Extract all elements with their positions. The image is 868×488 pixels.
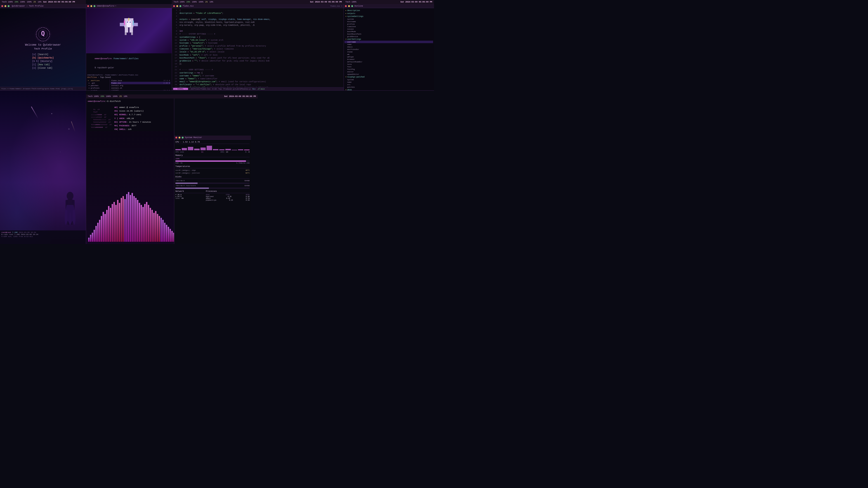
sysmon-close[interactable] xyxy=(176,137,177,138)
rp-outputs[interactable]: ▸outputs xyxy=(344,12,433,15)
rp-sys-timezone[interactable]: timezone xyxy=(344,25,433,28)
disk-row-2: /dev/dm-0 /nix/store504GB xyxy=(176,184,250,187)
cpu-stats: CPU like 11 AVG: 13 0: 8 xyxy=(176,151,250,153)
net-ul: ▲ 54.0 xyxy=(176,196,205,197)
vdivider-2 xyxy=(172,4,172,90)
rp-pkgs[interactable]: ▾pkgs xyxy=(344,88,433,90)
rp-usr-defaultroamdir[interactable]: defaultRoamDir xyxy=(344,61,433,63)
qute-link-newtab[interactable]: [t] [New tab] xyxy=(32,63,54,66)
temp-row-1: card0 (amdgpu): edge49°C xyxy=(176,169,250,172)
file-flake-nix[interactable]: flake.nix2.26 K xyxy=(111,82,170,84)
rp-sys-system[interactable]: system xyxy=(344,18,433,20)
sb-c-p3: 100% xyxy=(198,1,204,3)
editor-max[interactable] xyxy=(180,5,181,7)
outline-panel: Outline ▸description ▸outputs ▾systemSet… xyxy=(344,4,434,90)
rp-usr-term[interactable]: term xyxy=(344,63,433,66)
rp-usr-name[interactable]: name xyxy=(344,43,433,46)
editor-branch: Nix xyxy=(252,88,255,90)
editor-title: flake.nix xyxy=(183,5,194,7)
viz-bar-4 xyxy=(95,226,97,242)
sb-bm-p4: 10% xyxy=(124,95,127,98)
rp-sys-profile[interactable]: profile xyxy=(344,23,433,25)
editor-close[interactable] xyxy=(173,5,175,7)
neo-pkg-label: MA| PACKAGES: xyxy=(114,125,131,127)
rp-usr-font[interactable]: font xyxy=(344,66,433,68)
outline-close[interactable] xyxy=(345,5,347,7)
rp-description[interactable]: ▸description xyxy=(344,9,433,12)
rp-sys-hostname[interactable]: hostname xyxy=(344,20,433,23)
rp-usr-editor[interactable]: editor xyxy=(344,70,433,73)
qute-link-closetab[interactable]: [x] [Close tab] xyxy=(32,66,54,70)
tree-dotfiles[interactable]: ▾ .dotfiles xyxy=(87,79,109,82)
win-max-btn[interactable] xyxy=(8,5,9,7)
tree-profiles[interactable]: ▸ profiles xyxy=(87,87,109,89)
tmid-max[interactable] xyxy=(94,5,95,7)
file-flake-lock[interactable]: flake.lock27.5 K xyxy=(111,79,170,82)
rp-usr-email[interactable]: email xyxy=(344,46,433,48)
rp-sys-bootmountpath[interactable]: bootMountPath xyxy=(344,33,433,35)
outline-max[interactable] xyxy=(351,5,353,7)
viz-bar-17 xyxy=(119,203,120,242)
rp-sys-bootmode[interactable]: bootMode xyxy=(344,30,433,33)
viz-bar-27 xyxy=(137,200,138,242)
qute-link-quickmarks[interactable]: [b] [Quickmarks] xyxy=(32,56,54,60)
rp-usr-wmtype[interactable]: wmType xyxy=(344,56,433,58)
rp-np-patches[interactable]: patches xyxy=(344,86,433,88)
rp-usr-browser[interactable]: browser xyxy=(344,58,433,61)
rp-systemsettings[interactable]: ▾systemSettings xyxy=(344,15,433,18)
sysmon-min[interactable] xyxy=(179,137,180,138)
sysmon-max[interactable] xyxy=(182,137,184,138)
bottom-left-terminal[interactable]: root@root 7.20€ 2024-03-09 16:34 $ root … xyxy=(0,230,86,244)
rp-sys-locale[interactable]: locale xyxy=(344,28,433,30)
file-install-sh[interactable]: install.sh xyxy=(111,87,170,89)
viz-bar-33 xyxy=(148,205,149,242)
qute-profile-text: Tech Profile xyxy=(34,47,52,50)
code-l1: { xyxy=(180,9,342,12)
rp-usr-spawneditor[interactable]: spawnEditor xyxy=(344,73,433,75)
editor-min[interactable] xyxy=(176,5,178,7)
tree-patches[interactable]: ▸ patches xyxy=(87,84,109,87)
tree-git[interactable]: ▸ .git xyxy=(87,82,109,84)
proc-row-3: pipewire-pu0.150.1% xyxy=(206,199,250,201)
viz-bar-18 xyxy=(121,198,122,242)
tmid-min[interactable] xyxy=(90,5,92,7)
viz-bar-43 xyxy=(166,225,167,242)
rp-np-system[interactable]: system xyxy=(344,78,433,81)
sb-c-p4: 10% xyxy=(210,1,213,3)
win-close-btn[interactable] xyxy=(1,5,3,7)
rp-np-src[interactable]: src xyxy=(344,84,433,86)
rp-sys-grubdevice[interactable]: grubDevice xyxy=(344,35,433,38)
term-line-2: $ rapidash-galar xyxy=(87,64,170,73)
rp-np-name[interactable]: name xyxy=(344,81,433,84)
rp-usr-wm[interactable]: wm xyxy=(344,53,433,56)
code-l9: # ----- SYSTEM SETTINGS ----- # xyxy=(180,33,342,36)
svg-point-19 xyxy=(67,192,73,200)
editor-code-area[interactable]: { description = "Flake of LibrePhoenix";… xyxy=(178,8,344,90)
sb-bm-tech: Tech 100% xyxy=(88,95,99,98)
sysmon-disk-title: Disks xyxy=(176,176,250,179)
rp-usr-theme[interactable]: theme xyxy=(344,51,433,53)
sb-pct3: 100% xyxy=(27,1,32,3)
viz-bar-0 xyxy=(88,238,90,242)
tmid-close[interactable] xyxy=(87,5,89,7)
qute-link-history[interactable]: [S h] [History] xyxy=(32,60,54,63)
win-min-btn[interactable] xyxy=(4,5,6,7)
neo-os-val: nixos 24.05 (uakari) xyxy=(119,110,144,112)
qutebrowser-window: Qutebrowser — Tech Profile Q Welcome to … xyxy=(0,4,86,90)
outline-min[interactable] xyxy=(348,5,350,7)
qute-link-search[interactable]: [o] [Search] xyxy=(32,53,54,56)
neo-kernel-label: KE| KERNEL: xyxy=(114,113,129,116)
rp-usersettings[interactable]: ▾userSettings xyxy=(344,38,433,41)
editor-filename: .dotfiles/flake.nix xyxy=(190,88,211,90)
rp-usr-dotfilesdir[interactable]: dotfilesDir xyxy=(344,48,433,51)
rp-usr-username[interactable]: username xyxy=(344,41,433,43)
viz-bar-10 xyxy=(106,210,107,242)
sysmon-body: CPU - 1.53 1.14 0.78 CPU like 11 AVG: 13 xyxy=(174,140,251,204)
code-l21: # ----- USER SETTINGS ----- # xyxy=(180,68,342,71)
rp-usr-fontpkg[interactable]: fontPkg xyxy=(344,68,433,70)
rp-nixpkgs-patched[interactable]: ▾nixpkgs-patched xyxy=(344,75,433,78)
file-install-org[interactable]: install.org xyxy=(111,84,170,87)
mem-label: EAM: 95 xyxy=(176,162,183,164)
code-l25: email = "emmet@librephoenix.com"; # emai… xyxy=(180,80,342,84)
svg-rect-7 xyxy=(129,19,130,21)
